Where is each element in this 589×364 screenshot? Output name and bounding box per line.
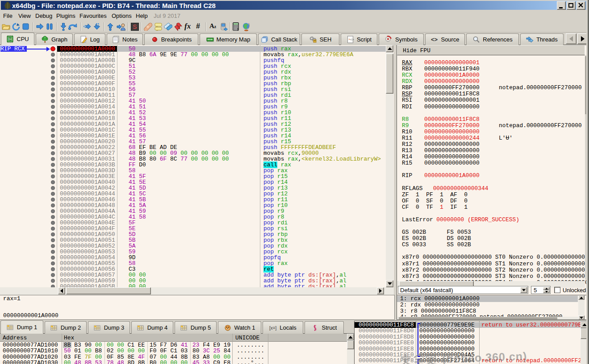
- svg-text:<>: <>: [350, 38, 354, 41]
- svg-text:64: 64: [8, 37, 12, 41]
- svg-text:[x=]: [x=]: [269, 326, 277, 331]
- svg-text:<>: <>: [431, 36, 438, 43]
